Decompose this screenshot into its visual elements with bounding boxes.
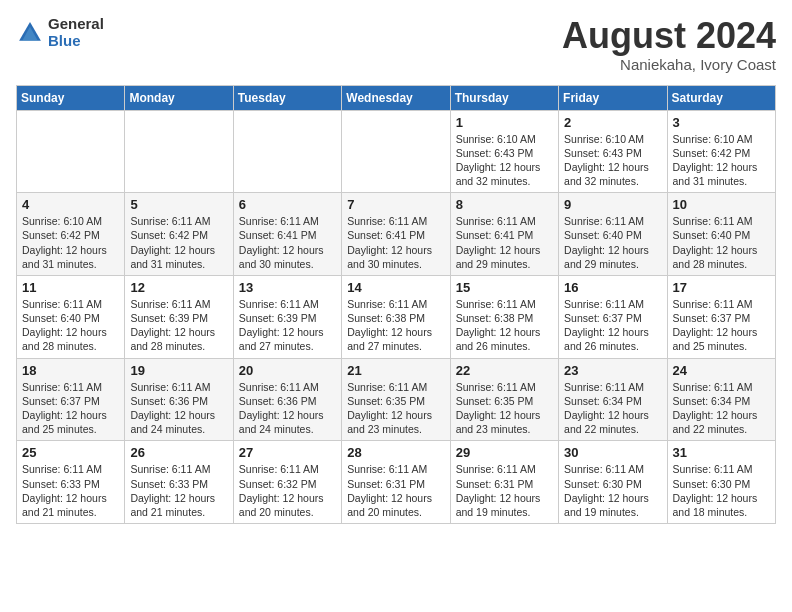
calendar-cell: 4Sunrise: 6:10 AM Sunset: 6:42 PM Daylig… bbox=[17, 193, 125, 276]
day-number: 6 bbox=[239, 197, 336, 212]
calendar-cell: 29Sunrise: 6:11 AM Sunset: 6:31 PM Dayli… bbox=[450, 441, 558, 524]
day-info: Sunrise: 6:11 AM Sunset: 6:42 PM Dayligh… bbox=[130, 214, 227, 271]
day-number: 16 bbox=[564, 280, 661, 295]
calendar-cell bbox=[125, 110, 233, 193]
calendar-week-4: 18Sunrise: 6:11 AM Sunset: 6:37 PM Dayli… bbox=[17, 358, 776, 441]
logo-blue-label: Blue bbox=[48, 33, 104, 50]
day-info: Sunrise: 6:11 AM Sunset: 6:36 PM Dayligh… bbox=[130, 380, 227, 437]
day-number: 15 bbox=[456, 280, 553, 295]
day-number: 5 bbox=[130, 197, 227, 212]
calendar-cell: 19Sunrise: 6:11 AM Sunset: 6:36 PM Dayli… bbox=[125, 358, 233, 441]
day-number: 1 bbox=[456, 115, 553, 130]
calendar-header-monday: Monday bbox=[125, 85, 233, 110]
day-info: Sunrise: 6:11 AM Sunset: 6:35 PM Dayligh… bbox=[347, 380, 444, 437]
day-info: Sunrise: 6:11 AM Sunset: 6:40 PM Dayligh… bbox=[564, 214, 661, 271]
calendar-cell: 1Sunrise: 6:10 AM Sunset: 6:43 PM Daylig… bbox=[450, 110, 558, 193]
day-number: 29 bbox=[456, 445, 553, 460]
calendar-cell: 16Sunrise: 6:11 AM Sunset: 6:37 PM Dayli… bbox=[559, 275, 667, 358]
calendar-cell bbox=[342, 110, 450, 193]
day-info: Sunrise: 6:11 AM Sunset: 6:36 PM Dayligh… bbox=[239, 380, 336, 437]
day-info: Sunrise: 6:11 AM Sunset: 6:38 PM Dayligh… bbox=[456, 297, 553, 354]
day-info: Sunrise: 6:11 AM Sunset: 6:37 PM Dayligh… bbox=[673, 297, 770, 354]
day-number: 14 bbox=[347, 280, 444, 295]
calendar-location: Naniekaha, Ivory Coast bbox=[562, 56, 776, 73]
day-number: 10 bbox=[673, 197, 770, 212]
day-number: 28 bbox=[347, 445, 444, 460]
calendar-header-row: SundayMondayTuesdayWednesdayThursdayFrid… bbox=[17, 85, 776, 110]
calendar-title: August 2024 bbox=[562, 16, 776, 56]
logo-icon bbox=[16, 19, 44, 47]
day-info: Sunrise: 6:11 AM Sunset: 6:31 PM Dayligh… bbox=[456, 462, 553, 519]
logo: General Blue bbox=[16, 16, 104, 49]
calendar-week-5: 25Sunrise: 6:11 AM Sunset: 6:33 PM Dayli… bbox=[17, 441, 776, 524]
day-info: Sunrise: 6:11 AM Sunset: 6:37 PM Dayligh… bbox=[564, 297, 661, 354]
day-number: 17 bbox=[673, 280, 770, 295]
day-number: 8 bbox=[456, 197, 553, 212]
calendar-cell: 25Sunrise: 6:11 AM Sunset: 6:33 PM Dayli… bbox=[17, 441, 125, 524]
calendar-cell: 31Sunrise: 6:11 AM Sunset: 6:30 PM Dayli… bbox=[667, 441, 775, 524]
calendar-header-tuesday: Tuesday bbox=[233, 85, 341, 110]
day-number: 25 bbox=[22, 445, 119, 460]
day-number: 18 bbox=[22, 363, 119, 378]
calendar-cell bbox=[233, 110, 341, 193]
day-info: Sunrise: 6:11 AM Sunset: 6:38 PM Dayligh… bbox=[347, 297, 444, 354]
day-number: 2 bbox=[564, 115, 661, 130]
day-number: 4 bbox=[22, 197, 119, 212]
day-info: Sunrise: 6:10 AM Sunset: 6:42 PM Dayligh… bbox=[22, 214, 119, 271]
logo-text: General Blue bbox=[48, 16, 104, 49]
calendar-cell: 26Sunrise: 6:11 AM Sunset: 6:33 PM Dayli… bbox=[125, 441, 233, 524]
title-block: August 2024 Naniekaha, Ivory Coast bbox=[562, 16, 776, 73]
day-info: Sunrise: 6:11 AM Sunset: 6:30 PM Dayligh… bbox=[564, 462, 661, 519]
calendar-cell: 17Sunrise: 6:11 AM Sunset: 6:37 PM Dayli… bbox=[667, 275, 775, 358]
calendar-cell: 18Sunrise: 6:11 AM Sunset: 6:37 PM Dayli… bbox=[17, 358, 125, 441]
day-number: 24 bbox=[673, 363, 770, 378]
day-info: Sunrise: 6:11 AM Sunset: 6:33 PM Dayligh… bbox=[22, 462, 119, 519]
calendar-header-saturday: Saturday bbox=[667, 85, 775, 110]
day-info: Sunrise: 6:11 AM Sunset: 6:31 PM Dayligh… bbox=[347, 462, 444, 519]
calendar-cell: 28Sunrise: 6:11 AM Sunset: 6:31 PM Dayli… bbox=[342, 441, 450, 524]
calendar-week-1: 1Sunrise: 6:10 AM Sunset: 6:43 PM Daylig… bbox=[17, 110, 776, 193]
day-info: Sunrise: 6:11 AM Sunset: 6:33 PM Dayligh… bbox=[130, 462, 227, 519]
day-number: 31 bbox=[673, 445, 770, 460]
calendar-cell: 2Sunrise: 6:10 AM Sunset: 6:43 PM Daylig… bbox=[559, 110, 667, 193]
day-info: Sunrise: 6:11 AM Sunset: 6:30 PM Dayligh… bbox=[673, 462, 770, 519]
calendar-cell: 10Sunrise: 6:11 AM Sunset: 6:40 PM Dayli… bbox=[667, 193, 775, 276]
calendar-header-friday: Friday bbox=[559, 85, 667, 110]
day-number: 9 bbox=[564, 197, 661, 212]
calendar-cell: 20Sunrise: 6:11 AM Sunset: 6:36 PM Dayli… bbox=[233, 358, 341, 441]
day-number: 22 bbox=[456, 363, 553, 378]
day-number: 26 bbox=[130, 445, 227, 460]
calendar-week-3: 11Sunrise: 6:11 AM Sunset: 6:40 PM Dayli… bbox=[17, 275, 776, 358]
day-info: Sunrise: 6:11 AM Sunset: 6:37 PM Dayligh… bbox=[22, 380, 119, 437]
day-number: 11 bbox=[22, 280, 119, 295]
day-number: 7 bbox=[347, 197, 444, 212]
day-info: Sunrise: 6:11 AM Sunset: 6:40 PM Dayligh… bbox=[673, 214, 770, 271]
day-info: Sunrise: 6:10 AM Sunset: 6:43 PM Dayligh… bbox=[564, 132, 661, 189]
calendar-cell: 22Sunrise: 6:11 AM Sunset: 6:35 PM Dayli… bbox=[450, 358, 558, 441]
calendar-cell: 12Sunrise: 6:11 AM Sunset: 6:39 PM Dayli… bbox=[125, 275, 233, 358]
calendar-cell: 11Sunrise: 6:11 AM Sunset: 6:40 PM Dayli… bbox=[17, 275, 125, 358]
day-info: Sunrise: 6:11 AM Sunset: 6:34 PM Dayligh… bbox=[564, 380, 661, 437]
day-info: Sunrise: 6:10 AM Sunset: 6:43 PM Dayligh… bbox=[456, 132, 553, 189]
calendar-cell: 23Sunrise: 6:11 AM Sunset: 6:34 PM Dayli… bbox=[559, 358, 667, 441]
calendar-cell: 3Sunrise: 6:10 AM Sunset: 6:42 PM Daylig… bbox=[667, 110, 775, 193]
day-info: Sunrise: 6:11 AM Sunset: 6:39 PM Dayligh… bbox=[130, 297, 227, 354]
day-info: Sunrise: 6:11 AM Sunset: 6:32 PM Dayligh… bbox=[239, 462, 336, 519]
calendar-cell: 6Sunrise: 6:11 AM Sunset: 6:41 PM Daylig… bbox=[233, 193, 341, 276]
calendar-header-thursday: Thursday bbox=[450, 85, 558, 110]
day-number: 13 bbox=[239, 280, 336, 295]
calendar-table: SundayMondayTuesdayWednesdayThursdayFrid… bbox=[16, 85, 776, 524]
day-info: Sunrise: 6:11 AM Sunset: 6:41 PM Dayligh… bbox=[347, 214, 444, 271]
calendar-cell: 9Sunrise: 6:11 AM Sunset: 6:40 PM Daylig… bbox=[559, 193, 667, 276]
day-number: 3 bbox=[673, 115, 770, 130]
calendar-cell: 30Sunrise: 6:11 AM Sunset: 6:30 PM Dayli… bbox=[559, 441, 667, 524]
day-number: 19 bbox=[130, 363, 227, 378]
day-info: Sunrise: 6:11 AM Sunset: 6:34 PM Dayligh… bbox=[673, 380, 770, 437]
day-info: Sunrise: 6:11 AM Sunset: 6:41 PM Dayligh… bbox=[239, 214, 336, 271]
day-info: Sunrise: 6:11 AM Sunset: 6:40 PM Dayligh… bbox=[22, 297, 119, 354]
day-info: Sunrise: 6:11 AM Sunset: 6:39 PM Dayligh… bbox=[239, 297, 336, 354]
calendar-cell bbox=[17, 110, 125, 193]
calendar-cell: 14Sunrise: 6:11 AM Sunset: 6:38 PM Dayli… bbox=[342, 275, 450, 358]
calendar-cell: 24Sunrise: 6:11 AM Sunset: 6:34 PM Dayli… bbox=[667, 358, 775, 441]
calendar-cell: 13Sunrise: 6:11 AM Sunset: 6:39 PM Dayli… bbox=[233, 275, 341, 358]
